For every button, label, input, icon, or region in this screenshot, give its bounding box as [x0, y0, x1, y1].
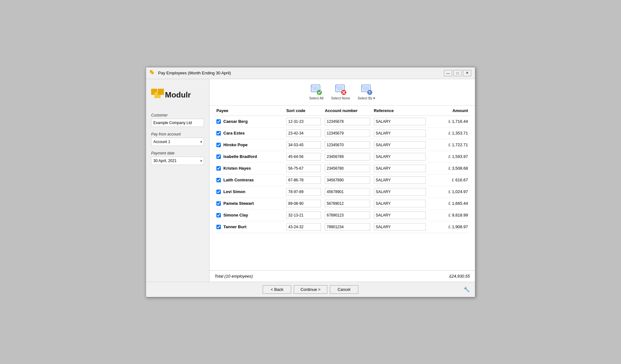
- reference-input[interactable]: [374, 223, 426, 231]
- reference-input[interactable]: [374, 176, 426, 184]
- employee-table: Payee Sort code Account number Reference: [214, 106, 470, 233]
- account-number-input[interactable]: [325, 223, 370, 231]
- amount-value: 1,353.71: [452, 131, 468, 135]
- amount-value: 1,722.71: [452, 142, 468, 147]
- continue-button[interactable]: Continue >: [294, 285, 327, 294]
- sort-code-input[interactable]: [286, 176, 321, 184]
- currency-symbol: £: [452, 178, 454, 182]
- back-button[interactable]: < Back: [263, 285, 291, 294]
- payee-name: Cara Estes: [223, 131, 245, 135]
- close-button[interactable]: ✕: [463, 70, 471, 76]
- sort-code-input[interactable]: [286, 188, 321, 196]
- reference-input[interactable]: [374, 165, 426, 172]
- svg-rect-18: [363, 86, 369, 91]
- svg-rect-5: [158, 89, 164, 95]
- account-number-input[interactable]: [325, 200, 370, 207]
- payee-checkbox[interactable]: [216, 143, 221, 147]
- sort-code-input[interactable]: [286, 200, 321, 207]
- currency-symbol: £: [448, 131, 451, 135]
- payee-checkbox[interactable]: [216, 201, 221, 206]
- logo-area: Modulr: [151, 85, 204, 105]
- svg-rect-12: [337, 86, 343, 91]
- total-amount: £24,930.55: [449, 274, 470, 279]
- payee-checkbox[interactable]: [216, 166, 221, 171]
- payee-name: Simone Clay: [223, 213, 248, 217]
- table-row: Tanner Burt£1,908.97: [214, 221, 470, 233]
- reference-input[interactable]: [374, 129, 426, 137]
- minimize-button[interactable]: —: [444, 70, 452, 76]
- sort-code-input[interactable]: [286, 129, 321, 137]
- select-all-icon: [310, 84, 323, 96]
- table-row: Isabelle Bradford£1,593.97: [214, 151, 470, 162]
- sidebar: Modulr Customer Pay from account Account…: [146, 79, 209, 282]
- table-row: Cara Estes£1,353.71: [214, 127, 470, 139]
- account-number-input[interactable]: [325, 153, 370, 160]
- payee-checkbox[interactable]: [216, 178, 221, 182]
- amount-cell: £1,353.71: [428, 127, 470, 139]
- account-number-input[interactable]: [325, 129, 370, 137]
- svg-rect-8: [312, 86, 319, 91]
- amount-cell: £3,508.68: [428, 162, 470, 174]
- reference-input[interactable]: [374, 118, 426, 125]
- payee-checkbox[interactable]: [216, 131, 221, 135]
- amount-cell: £1,665.44: [428, 198, 470, 209]
- window-title: Pay Employees (Month Ending 30 April): [158, 71, 444, 75]
- currency-symbol: £: [448, 213, 451, 217]
- select-none-label: Select None: [331, 96, 350, 100]
- amount-value: 616.67: [455, 178, 468, 182]
- customer-label: Customer: [151, 113, 204, 117]
- pay-from-select[interactable]: Account 1 Account 2 Account 3: [151, 138, 204, 146]
- payee-cell: Tanner Burt: [216, 224, 283, 229]
- payee-checkbox[interactable]: [216, 190, 221, 194]
- account-number-input[interactable]: [325, 118, 370, 125]
- header-account-number: Account number: [323, 106, 372, 116]
- account-number-input[interactable]: [325, 176, 370, 184]
- payee-cell: Hiroko Pope: [216, 142, 283, 147]
- payee-checkbox[interactable]: [216, 119, 221, 124]
- sort-code-input[interactable]: [286, 153, 321, 160]
- sort-code-input[interactable]: [286, 118, 321, 125]
- table-row: Levi Simon£1,024.97: [214, 186, 470, 198]
- reference-input[interactable]: [374, 153, 426, 160]
- payee-cell: Cara Estes: [216, 131, 283, 135]
- amount-cell: £1,593.97: [428, 151, 470, 162]
- amount-cell: £1,024.97: [428, 186, 470, 198]
- payee-name: Hiroko Pope: [223, 142, 248, 147]
- account-number-input[interactable]: [325, 165, 370, 172]
- reference-input[interactable]: [374, 211, 426, 219]
- amount-value: 1,716.44: [452, 119, 468, 124]
- payee-cell: Kristen Hayes: [216, 166, 283, 171]
- reference-input[interactable]: [374, 141, 426, 149]
- payee-name: Laith Contreras: [223, 178, 254, 182]
- sort-code-input[interactable]: [286, 141, 321, 149]
- total-row: Total (10 employees) £24,930.55: [209, 270, 475, 282]
- payee-checkbox[interactable]: [216, 225, 221, 229]
- account-number-input[interactable]: [325, 141, 370, 149]
- pay-from-select-wrap: Account 1 Account 2 Account 3 ▼: [151, 138, 204, 146]
- select-all-button[interactable]: Select All: [307, 83, 326, 102]
- reference-input[interactable]: [374, 200, 426, 207]
- payee-name: Pamela Stewart: [223, 201, 254, 206]
- account-number-input[interactable]: [325, 188, 370, 196]
- employee-table-container[interactable]: Payee Sort code Account number Reference: [209, 106, 475, 270]
- payee-checkbox[interactable]: [216, 154, 221, 159]
- maximize-button[interactable]: □: [453, 70, 462, 76]
- select-by-button[interactable]: ? Select By ▾: [355, 83, 378, 102]
- table-row: Caesar Berg£1,716.44: [214, 116, 470, 127]
- sort-code-input[interactable]: [286, 165, 321, 172]
- sort-code-input[interactable]: [286, 223, 321, 231]
- header-sort-code: Sort code: [285, 106, 323, 116]
- payment-date-select[interactable]: 30 April, 2021: [151, 157, 204, 165]
- reference-input[interactable]: [374, 188, 426, 196]
- customer-input[interactable]: [151, 119, 204, 127]
- main-window: Pay Employees (Month Ending 30 April) — …: [146, 67, 475, 297]
- select-none-button[interactable]: Select None: [329, 83, 353, 102]
- amount-cell: £1,716.44: [428, 116, 470, 127]
- payee-checkbox[interactable]: [216, 213, 221, 217]
- payee-name: Caesar Berg: [223, 119, 248, 124]
- sort-code-input[interactable]: [286, 211, 321, 219]
- cancel-button[interactable]: Cancel: [330, 285, 358, 294]
- account-number-input[interactable]: [325, 211, 370, 219]
- customer-group: Customer: [151, 113, 204, 127]
- table-row: Pamela Stewart£1,665.44: [214, 198, 470, 209]
